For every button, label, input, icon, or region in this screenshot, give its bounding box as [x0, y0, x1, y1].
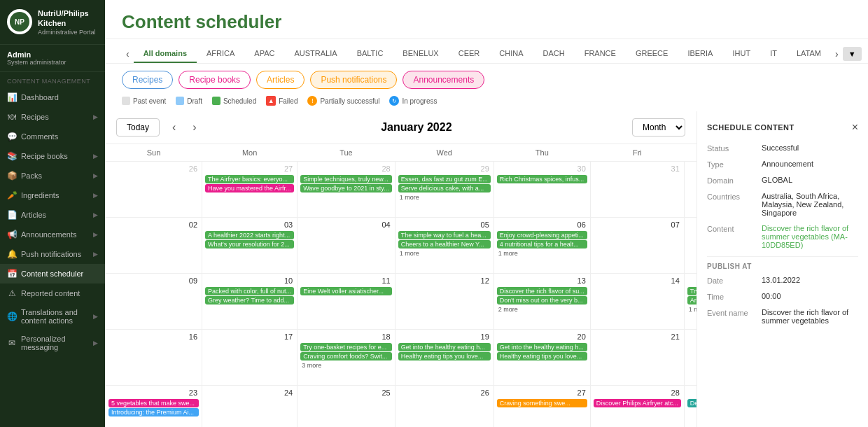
- calendar-event[interactable]: Serve delicious cake, with a...: [398, 184, 491, 192]
- tab-france[interactable]: FRANCE: [575, 45, 626, 63]
- calendar-cell[interactable]: 29Dessert Time: [684, 386, 696, 428]
- sidebar-item-content-scheduler[interactable]: 📅 Content scheduler: [0, 264, 105, 284]
- calendar-event[interactable]: Wave goodbye to 2021 in sty...: [300, 184, 392, 192]
- calendar-cell[interactable]: 30Rich Christmas spices, infus...: [493, 162, 590, 218]
- calendar-cell[interactable]: 28Simple techniques, truly new...Wave go…: [298, 162, 396, 218]
- calendar-cell[interactable]: 14: [590, 274, 684, 330]
- calendar-event[interactable]: Enjoy crowd-pleasing appeti...: [497, 231, 587, 239]
- sidebar-item-comments[interactable]: 💬 Comments: [0, 127, 105, 146]
- filter-recipe-books-button[interactable]: Recipe books: [178, 71, 251, 89]
- tabs-more-button[interactable]: ▼: [843, 47, 862, 61]
- calendar-cell[interactable]: 12: [395, 274, 493, 330]
- calendar-prev-button[interactable]: ‹: [168, 120, 180, 135]
- content-value[interactable]: Discover the rich flavor of summer veget…: [762, 224, 858, 249]
- calendar-event[interactable]: Are your favorite snacks, but...: [687, 296, 696, 304]
- calendar-event[interactable]: Cheers to a healthier New Y...: [398, 240, 491, 248]
- calendar-cell[interactable]: 08: [684, 218, 696, 274]
- close-panel-button[interactable]: ×: [852, 121, 858, 134]
- calendar-event[interactable]: 4 nutritional tips for a healt...: [497, 240, 587, 248]
- calendar-event[interactable]: Introducing: the Premium Ai...: [108, 408, 199, 416]
- tab-baltic[interactable]: BALTIC: [347, 45, 393, 63]
- more-events-link[interactable]: 3 more: [300, 361, 392, 370]
- tab-australia[interactable]: AUSTRALIA: [285, 45, 347, 63]
- calendar-event[interactable]: Simple techniques, truly new...: [300, 175, 392, 183]
- calendar-view-select[interactable]: Month Week Day: [632, 118, 685, 136]
- more-events-link[interactable]: 1 more: [398, 193, 491, 202]
- tab-china[interactable]: CHINA: [489, 45, 533, 63]
- calendar-event[interactable]: Discover Philips Airfryer atc...: [594, 399, 681, 407]
- more-events-link[interactable]: 1 more: [398, 249, 491, 258]
- calendar-cell[interactable]: 25: [298, 386, 396, 428]
- calendar-event[interactable]: A healthier 2022 starts right...: [205, 231, 294, 239]
- calendar-cell[interactable]: 11Eine Welt voller asiatischer...: [298, 274, 396, 330]
- calendar-cell[interactable]: 02: [106, 218, 202, 274]
- calendar-cell[interactable]: 29Essen, das fast zu gut zum E...Serve d…: [395, 162, 493, 218]
- calendar-cell[interactable]: 24: [202, 386, 298, 428]
- sidebar-item-reported-content[interactable]: ⚠ Reported content: [0, 284, 105, 303]
- tabs-next-button[interactable]: ›: [831, 46, 843, 62]
- tab-latam[interactable]: LATAM: [787, 45, 831, 63]
- calendar-cell[interactable]: 06Enjoy crowd-pleasing appeti...4 nutrit…: [493, 218, 590, 274]
- calendar-cell[interactable]: 05The simple way to fuel a hea...Cheers …: [395, 218, 493, 274]
- tab-africa[interactable]: AFRICA: [197, 45, 244, 63]
- tab-greece[interactable]: GREECE: [626, 45, 678, 63]
- calendar-event[interactable]: 5 vegetables that make swe...: [108, 399, 199, 407]
- more-events-link[interactable]: 1 more: [497, 249, 587, 258]
- tab-apac[interactable]: APAC: [244, 45, 284, 63]
- calendar-cell[interactable]: 19Get into the healthy eating h...Health…: [395, 330, 493, 386]
- calendar-cell[interactable]: 26: [106, 162, 202, 218]
- sidebar-item-announcements[interactable]: 📢 Announcements ▶: [0, 225, 105, 244]
- calendar-cell[interactable]: 09: [106, 274, 202, 330]
- calendar-event[interactable]: Eine Welt voller asiatischer...: [300, 287, 392, 295]
- calendar-event[interactable]: Get into the healthy eating h...: [497, 343, 587, 351]
- calendar-cell[interactable]: 04: [298, 218, 396, 274]
- tab-dach[interactable]: DACH: [533, 45, 575, 63]
- sidebar-item-ingredients[interactable]: 🥕 Ingredients ▶: [0, 186, 105, 205]
- tab-ceer[interactable]: CEER: [449, 45, 490, 63]
- calendar-cell[interactable]: 26: [395, 386, 493, 428]
- calendar-cell[interactable]: 15Try delicious but healthy sna...Are yo…: [684, 274, 696, 330]
- calendar-cell[interactable]: 20Get into the healthy eating h...Health…: [493, 330, 590, 386]
- calendar-event[interactable]: Essen, das fast zu gut zum E...: [398, 175, 491, 183]
- calendar-event[interactable]: Craving something swe...: [497, 399, 587, 407]
- calendar-event[interactable]: Dessert Time: [687, 399, 696, 407]
- calendar-event[interactable]: Grey weather? Time to add...: [205, 296, 294, 304]
- calendar-cell[interactable]: 27Craving something swe...: [493, 386, 590, 428]
- calendar-cell[interactable]: 22: [684, 330, 696, 386]
- calendar-event[interactable]: What's your resolution for 2...: [205, 240, 294, 248]
- calendar-cell[interactable]: 13Discover the rich flavor of su...Don't…: [493, 274, 590, 330]
- calendar-cell[interactable]: 17: [202, 330, 298, 386]
- calendar-cell[interactable]: 18Try one-basket recipes for e...Craving…: [298, 330, 396, 386]
- calendar-event[interactable]: Try one-basket recipes for e...: [300, 343, 392, 351]
- filter-articles-button[interactable]: Articles: [256, 71, 304, 89]
- today-button[interactable]: Today: [116, 118, 160, 136]
- calendar-cell[interactable]: 16: [106, 330, 202, 386]
- filter-recipes-button[interactable]: Recipes: [122, 71, 173, 89]
- filter-announcements-button[interactable]: Announcements: [402, 71, 484, 89]
- sidebar-item-recipes[interactable]: 🍽 Recipes ▶: [0, 107, 105, 127]
- more-events-link[interactable]: 2 more: [497, 305, 587, 314]
- calendar-event[interactable]: Don't miss out on the very b...: [497, 296, 587, 304]
- calendar-cell[interactable]: 03A healthier 2022 starts right...What's…: [202, 218, 298, 274]
- tab-it[interactable]: IT: [760, 45, 787, 63]
- calendar-event[interactable]: Packed with color, full of nut...: [205, 287, 294, 295]
- calendar-event[interactable]: Try delicious but healthy sna...: [687, 287, 696, 295]
- calendar-cell[interactable]: 28Discover Philips Airfryer atc...: [590, 386, 684, 428]
- sidebar-item-packs[interactable]: 📦 Packs ▶: [0, 166, 105, 186]
- calendar-cell[interactable]: 31: [590, 162, 684, 218]
- calendar-next-button[interactable]: ›: [188, 120, 200, 135]
- filter-push-button[interactable]: Push notifications: [310, 71, 397, 89]
- sidebar-item-articles[interactable]: 📄 Articles ▶: [0, 205, 105, 225]
- sidebar-item-push-notifications[interactable]: 🔔 Push notifications ▶: [0, 244, 105, 264]
- sidebar-item-recipe-books[interactable]: 📚 Recipe books ▶: [0, 146, 105, 166]
- calendar-cell[interactable]: 235 vegetables that make swe...Introduci…: [106, 386, 202, 428]
- calendar-event[interactable]: Healthy eating tips you love...: [398, 352, 491, 360]
- calendar-event[interactable]: Healthy eating tips you love...: [497, 352, 587, 360]
- calendar-cell[interactable]: 21: [590, 330, 684, 386]
- sidebar-item-translations[interactable]: 🌐 Translations and content actions ▶: [0, 303, 105, 330]
- more-events-link[interactable]: 1 more: [687, 305, 696, 314]
- calendar-event[interactable]: Discover the rich flavor of su...: [497, 287, 587, 295]
- calendar-event[interactable]: Craving comfort foods? Swit...: [300, 352, 392, 360]
- calendar-event[interactable]: The Airfryer basics: everyo...: [205, 175, 294, 183]
- calendar-event[interactable]: Get into the healthy eating h...: [398, 343, 491, 351]
